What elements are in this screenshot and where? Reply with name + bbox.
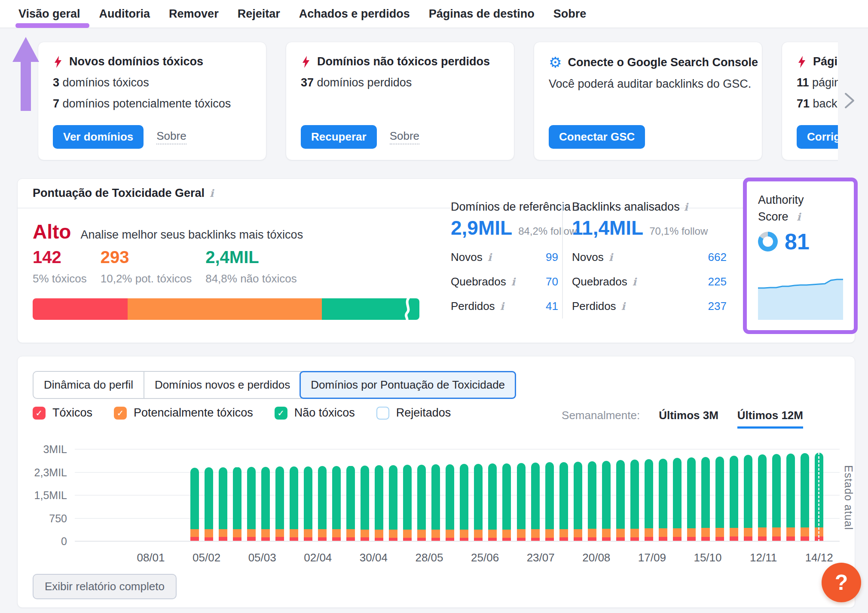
info-icon[interactable]: i — [511, 276, 515, 288]
chart-bar-week-1[interactable] — [205, 467, 213, 541]
bar-segment — [559, 537, 568, 541]
chart-bar-week-15[interactable] — [403, 465, 412, 541]
chart-bar-week-17[interactable] — [431, 464, 440, 541]
chart-bar-week-26[interactable] — [559, 462, 568, 541]
chart-bar-week-11[interactable] — [346, 466, 355, 541]
chart-bar-week-22[interactable] — [502, 463, 511, 541]
chart-bar-week-25[interactable] — [545, 462, 554, 541]
legend-toggle-potencialmente-toxicos[interactable]: ✓ Potencialmente tóxicos — [114, 406, 253, 420]
broken-backlinks-value[interactable]: 225 — [708, 275, 727, 288]
legend-toggle-toxicos[interactable]: ✓ Tóxicos — [33, 406, 92, 420]
broken-domains-value[interactable]: 70 — [546, 275, 558, 288]
chart-bar-week-4[interactable] — [247, 467, 256, 541]
legend-toggle-rejeitados[interactable]: Rejeitados — [376, 406, 451, 420]
chart-bar-week-38[interactable] — [730, 456, 738, 541]
info-icon[interactable]: i — [210, 187, 214, 199]
info-icon[interactable]: i — [684, 201, 688, 213]
chart-bar-week-28[interactable] — [588, 461, 596, 541]
recover-button[interactable]: Recuperar — [301, 125, 377, 149]
bar-segment — [630, 529, 639, 537]
bar-segment — [701, 537, 710, 541]
range-option-3m[interactable]: Últimos 3M — [659, 409, 718, 426]
x-axis-tick-label: 20/08 — [568, 551, 624, 564]
chart-bar-week-10[interactable] — [332, 466, 341, 541]
nav-tab-rejeitar[interactable]: Rejeitar — [238, 7, 280, 21]
checkbox-checked-icon: ✓ — [33, 407, 46, 420]
nav-tab-sobre[interactable]: Sobre — [553, 7, 587, 21]
chart-bar-week-34[interactable] — [673, 458, 682, 541]
chart-bar-week-13[interactable] — [375, 465, 383, 541]
view-domains-button[interactable]: Ver domínios — [53, 125, 144, 149]
cards-scroll-right-button[interactable] — [838, 89, 859, 113]
info-icon[interactable]: i — [609, 251, 613, 264]
chart-bar-week-7[interactable] — [290, 466, 298, 541]
range-option-12m[interactable]: Últimos 12M — [737, 409, 803, 429]
bar-segment — [261, 529, 270, 537]
chart-bar-week-21[interactable] — [488, 463, 497, 541]
chart-bar-week-29[interactable] — [602, 461, 611, 541]
chart-bar-week-43[interactable] — [801, 453, 809, 541]
chart-bar-week-40[interactable] — [758, 454, 767, 541]
nav-tab-auditoria[interactable]: Auditoria — [99, 7, 150, 21]
info-icon[interactable]: i — [633, 276, 636, 288]
chart-bar-week-0[interactable] — [190, 468, 199, 541]
chart-bar-week-27[interactable] — [574, 462, 582, 541]
gridline — [75, 495, 840, 496]
bar-segment — [375, 530, 383, 538]
info-icon[interactable]: i — [797, 211, 801, 223]
chart-bar-week-3[interactable] — [233, 467, 241, 541]
bar-segment — [559, 462, 568, 529]
chart-bar-week-31[interactable] — [630, 460, 639, 541]
chart-bar-week-19[interactable] — [460, 464, 468, 541]
chart-bar-week-24[interactable] — [531, 463, 540, 541]
chart-bar-week-39[interactable] — [744, 455, 752, 541]
legend-toggle-nao-toxicos[interactable]: ✓ Não tóxicos — [275, 406, 355, 420]
new-domains-value[interactable]: 99 — [546, 251, 558, 264]
chart-bar-week-6[interactable] — [275, 466, 284, 541]
about-link[interactable]: Sobre — [390, 129, 419, 144]
nav-tab-remover[interactable]: Remover — [169, 7, 219, 21]
info-icon[interactable]: i — [488, 251, 492, 264]
chart-bar-week-18[interactable] — [446, 464, 454, 541]
chart-bar-week-41[interactable] — [772, 454, 781, 541]
nav-tab-paginas-de-destino[interactable]: Páginas de destino — [429, 7, 535, 21]
bar-segment — [687, 537, 696, 541]
tab-new-lost-domains[interactable]: Domínios novos e perdidos — [144, 372, 300, 398]
lost-domains-value[interactable]: 41 — [546, 300, 558, 313]
info-icon[interactable]: i — [500, 300, 504, 313]
help-button[interactable]: ? — [822, 563, 861, 602]
nav-tab-visao-geral[interactable]: Visão geral — [18, 7, 80, 21]
bar-segment — [219, 537, 227, 541]
chart-bar-week-20[interactable] — [474, 464, 483, 541]
chart-bar-week-9[interactable] — [318, 466, 327, 541]
nav-tab-achados-e-perdidos[interactable]: Achados e perdidos — [299, 7, 410, 21]
chart-bar-week-42[interactable] — [786, 454, 795, 541]
bar-segment — [545, 529, 554, 538]
chart-bar-week-37[interactable] — [715, 457, 724, 541]
lost-backlinks-value[interactable]: 237 — [708, 300, 727, 313]
chart-bar-week-14[interactable] — [389, 465, 397, 541]
full-report-button[interactable]: Exibir relatório completo — [33, 574, 177, 599]
new-backlinks-value[interactable]: 662 — [708, 251, 727, 264]
chart-bar-week-23[interactable] — [517, 463, 526, 541]
chart-bar-week-35[interactable] — [687, 457, 696, 541]
fix-button[interactable]: Corrigir — [797, 125, 838, 149]
chart-bar-week-2[interactable] — [219, 467, 227, 541]
chart-legend: ✓ Tóxicos ✓ Potencialmente tóxicos ✓ Não… — [33, 406, 451, 420]
tab-profile-dynamics[interactable]: Dinâmica do perfil — [34, 372, 144, 398]
bar-segment — [574, 537, 582, 541]
chart-bar-week-12[interactable] — [361, 466, 369, 541]
tab-domains-by-toxicity[interactable]: Domínios por Pontuação de Toxicidade — [300, 371, 516, 399]
chart-bar-week-36[interactable] — [701, 457, 710, 541]
about-link[interactable]: Sobre — [156, 129, 186, 144]
chart-bar-week-5[interactable] — [261, 467, 270, 541]
stat-row: Perdidosi 237 — [572, 300, 727, 313]
chart-bar-week-8[interactable] — [304, 466, 312, 541]
info-icon[interactable]: i — [621, 300, 625, 313]
chart-bar-week-16[interactable] — [417, 465, 426, 541]
connect-gsc-button[interactable]: Conectar GSC — [549, 125, 645, 149]
chart-bar-week-33[interactable] — [659, 459, 667, 541]
chart-bar-week-32[interactable] — [645, 459, 653, 541]
bar-segment — [517, 463, 526, 530]
chart-bar-week-30[interactable] — [616, 460, 625, 541]
